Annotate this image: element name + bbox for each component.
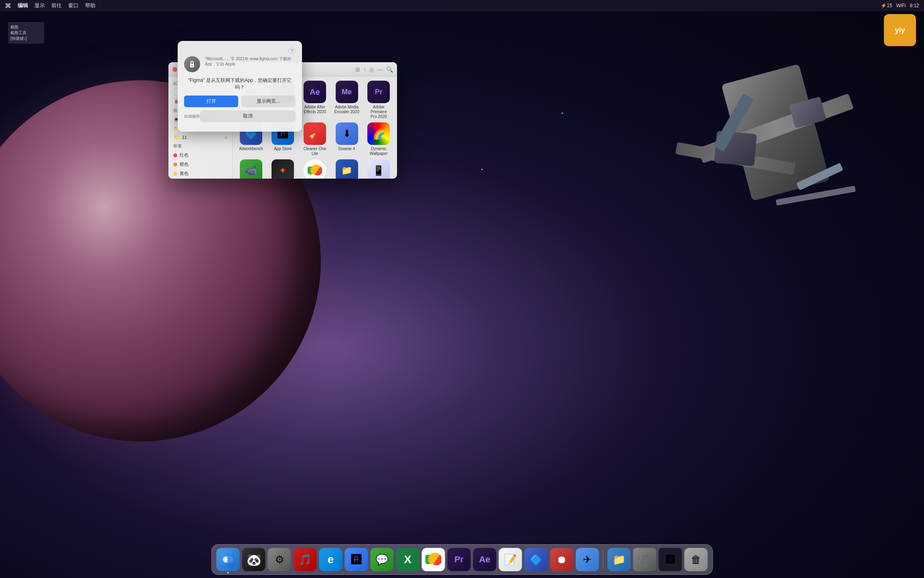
cleaner-label: Cleaner One Lite — [300, 147, 329, 156]
tag-red-dot — [173, 153, 177, 157]
sidebar-tag-orange[interactable]: 橙色 — [168, 160, 232, 169]
dock-ae[interactable]: Ae — [473, 548, 496, 571]
menubar-time: 8:12 — [910, 3, 919, 8]
finder-toolbar-right: ⊞ ↑ ◎ — 🔍 — [355, 66, 393, 73]
dock-pages[interactable]: 📝 — [499, 548, 522, 571]
app-item-cleaner[interactable]: 🧹 Cleaner One Lite — [300, 122, 329, 156]
dock-launchpad[interactable]: ⚙ — [268, 548, 291, 571]
menubar-left: ⌘ 编辑 显示 前往 窗口 帮助 — [5, 2, 881, 10]
menubar-window[interactable]: 窗口 — [68, 2, 79, 9]
dialog-show-web-button[interactable]: 显示网页… — [241, 96, 296, 107]
imazing-icon: 📱 — [367, 159, 390, 179]
help-icon[interactable]: ? — [288, 47, 296, 55]
dock-soundcloud[interactable]: 🎵 — [633, 548, 657, 571]
dialog-text-area: "Microsoft…」字 2021年 www.figma.com 下载的App… — [205, 56, 296, 67]
after-effects-icon: Ae — [304, 81, 326, 103]
dock-aliwork[interactable]: 🔷 — [525, 548, 548, 571]
dock-finder[interactable] — [217, 548, 240, 571]
sidebar-item-11[interactable]: 📁 11 ∧ — [168, 133, 232, 142]
sidebar-11-count: ∧ — [225, 135, 227, 140]
dock-panda[interactable]: 🐼 — [242, 548, 265, 571]
dock-appstore[interactable]: 🅰 — [345, 548, 368, 571]
media-encoder-icon: Me — [336, 81, 358, 103]
dock-premiere[interactable]: Pr — [448, 548, 471, 571]
dock-appstore-icon: 🅰 — [351, 554, 362, 566]
tag-yellow-dot — [173, 172, 177, 176]
sidebar-section-tags: 标签 — [168, 142, 232, 151]
dock-pages-icon: 📝 — [504, 554, 517, 566]
menubar-battery: ⚡15 — [881, 3, 892, 8]
menubar-app-name[interactable]: 编辑 — [18, 2, 28, 9]
yiy-label: yiy — [895, 26, 905, 35]
dock-trash[interactable]: 🗑 — [685, 548, 708, 571]
media-encoder-label: Adobe MediaEncoder 2020 — [334, 105, 359, 114]
app-item-dynamic[interactable]: 🌈 DynamicWallpaper — [364, 122, 393, 156]
yiy-widget[interactable]: yiy — [884, 14, 916, 46]
toolbar-action-btn[interactable]: ↑ — [363, 66, 366, 73]
dock-trash-icon: 🗑 — [691, 554, 701, 566]
sidebar-tag-yellow[interactable]: 黄色 — [168, 169, 232, 178]
window-close-button[interactable] — [172, 67, 177, 72]
toolbar-minus-btn[interactable]: — — [377, 66, 383, 73]
dock-flighty[interactable]: ✈ — [576, 548, 599, 571]
apple-menu[interactable]: ⌘ — [5, 2, 11, 10]
tag-red-label: 红色 — [180, 152, 227, 158]
figma-security-dialog: ? "Microsoft…」字 2021年 www.figma.com 下载的A… — [178, 41, 302, 132]
dock-wechat[interactable]: 💬 — [371, 548, 394, 571]
toolbar-view-btn[interactable]: ⊞ — [355, 66, 360, 73]
dock-separator — [603, 550, 604, 569]
app-item-imazing[interactable]: 📱 iMazing — [364, 159, 393, 179]
sticky-note: 截图 截图工具 [快捷键↓] — [8, 22, 44, 44]
dialog-open-button[interactable]: 打开 — [184, 96, 238, 107]
wechat-icon: 💬 — [376, 554, 389, 566]
app-item-premiere[interactable]: Pr Adobe PremierePro 2020 — [364, 81, 393, 119]
app-item-media-encoder[interactable]: Me Adobe MediaEncoder 2020 — [332, 81, 361, 119]
auto-open-label: 自动操作 — [184, 114, 200, 119]
dock-msexcel[interactable]: X — [396, 548, 419, 571]
toolbar-share-btn[interactable]: ◎ — [369, 66, 374, 73]
imagenomic-icon: 📁 — [336, 159, 358, 179]
sidebar-tag-green[interactable]: 绿色 — [168, 178, 232, 179]
menubar-help[interactable]: 帮助 — [85, 2, 95, 9]
menubar: ⌘ 编辑 显示 前往 窗口 帮助 ⚡15 WiFi 8:12 — [0, 0, 924, 11]
app-item-chrome[interactable]: Google Chrome — [300, 159, 329, 179]
app-item-downie[interactable]: ⬇ Downie 4 — [332, 122, 361, 156]
dock-aliwork-icon: 🔷 — [530, 554, 543, 566]
panda-icon: 🐼 — [246, 553, 261, 567]
sidebar-tag-red[interactable]: 红色 — [168, 151, 232, 160]
svg-point-4 — [192, 65, 193, 67]
appstore-label: App Store — [274, 147, 292, 151]
dock: 🐼 ⚙ 🎵 e 🅰 💬 X Pr Ae 📝 🔷 ⏺ ✈ 📁 🎵 — [211, 544, 713, 575]
dock-appstore2[interactable]: 🅰 — [659, 548, 682, 571]
app-item-facetime[interactable]: 📹 FaceTime通话 — [237, 159, 265, 179]
svg-point-7 — [227, 556, 233, 563]
dock-quickrecorder[interactable]: ⏺ — [550, 548, 573, 571]
star-dot — [481, 169, 483, 170]
app-item-figma[interactable]: ✦ Figma — [269, 159, 298, 179]
sidebar-11-label: 11 — [182, 135, 222, 140]
dock-chrome[interactable] — [422, 548, 445, 571]
dock-folder[interactable]: 📁 — [608, 548, 631, 571]
finder-active-dot — [227, 572, 229, 574]
downie-label: Downie 4 — [338, 147, 355, 151]
app-item-after-effects[interactable]: Ae Adobe AfterEffects 2020 — [300, 81, 329, 119]
dialog-header: "Microsoft…」字 2021年 www.figma.com 下载的App… — [184, 56, 296, 72]
menubar-display[interactable]: 显示 — [34, 2, 45, 9]
netease-icon: 🎵 — [299, 554, 312, 566]
dialog-question: "Figma" 是从互联网下载的App，您确定要打开它吗？ — [184, 77, 296, 91]
dynamic-label: DynamicWallpaper — [370, 147, 388, 156]
app-item-imagenomic[interactable]: 📁 Imagenomic — [332, 159, 361, 179]
dock-netease[interactable]: 🎵 — [294, 548, 317, 571]
space-station-decoration — [635, 32, 876, 233]
dock-excel-icon: X — [404, 553, 411, 566]
menubar-goto[interactable]: 前往 — [51, 2, 62, 9]
dock-edge[interactable]: e — [319, 548, 342, 571]
toolbar-search-btn[interactable]: 🔍 — [386, 66, 393, 73]
dialog-lock-icon — [184, 56, 200, 72]
sticky-line1: 截图 — [10, 24, 42, 30]
sticky-line3: [快捷键↓] — [10, 36, 42, 41]
folder11-icon: 📁 — [173, 134, 180, 140]
menubar-wifi: WiFi — [896, 3, 906, 8]
dialog-cancel-button[interactable]: 取消 — [200, 110, 296, 122]
desktop-background — [0, 0, 924, 578]
